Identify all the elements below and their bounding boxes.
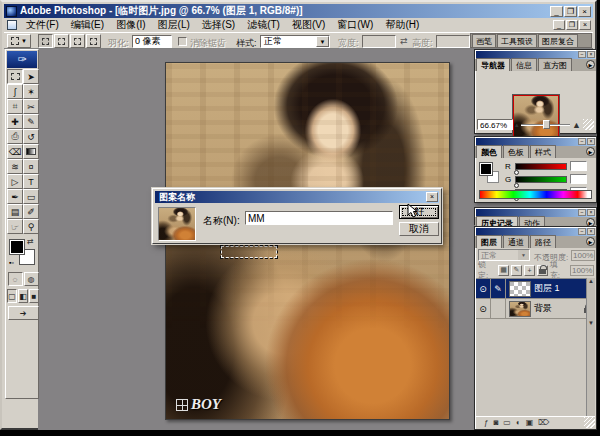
- tab-paths[interactable]: 路径: [530, 235, 556, 248]
- red-value-input[interactable]: [570, 161, 587, 171]
- foreground-color-swatch[interactable]: [10, 240, 24, 254]
- jump-to-imageready-button[interactable]: ➔: [8, 306, 39, 320]
- feather-input[interactable]: [132, 35, 172, 48]
- panel-close-icon[interactable]: ×: [587, 209, 595, 216]
- delete-layer-icon[interactable]: ⌦: [538, 418, 549, 427]
- green-value-input[interactable]: [570, 174, 587, 184]
- history-brush-tool[interactable]: ↺: [23, 129, 39, 144]
- blur-tool[interactable]: ≋: [7, 159, 23, 174]
- dodge-tool[interactable]: ¤: [23, 159, 39, 174]
- menu-filter[interactable]: 滤镜(T): [241, 17, 286, 33]
- color-spectrum-ramp[interactable]: [479, 190, 592, 199]
- gradient-tool[interactable]: [23, 144, 39, 159]
- clone-stamp-tool[interactable]: ⎙: [7, 129, 23, 144]
- new-layer-icon[interactable]: ▣: [526, 418, 534, 427]
- fill-value[interactable]: 100%: [570, 265, 594, 276]
- shape-tool[interactable]: ▭: [23, 189, 39, 204]
- foreground-color-swatch[interactable]: [480, 163, 492, 175]
- menu-layer[interactable]: 图层(L): [152, 17, 196, 33]
- style-dropdown[interactable]: 正常 ▼: [260, 35, 330, 48]
- panel-close-icon[interactable]: ×: [587, 51, 595, 58]
- zoom-tool[interactable]: ⚲: [23, 219, 39, 234]
- rectangular-marquee-tool[interactable]: [7, 69, 23, 84]
- panel-minimize-icon[interactable]: –: [578, 209, 586, 216]
- red-slider[interactable]: [515, 163, 567, 170]
- width-input[interactable]: [362, 35, 396, 48]
- minimize-button[interactable]: _: [550, 6, 563, 17]
- restore-button[interactable]: ❐: [564, 6, 577, 17]
- hand-tool[interactable]: ☞: [7, 219, 23, 234]
- swap-colors-icon[interactable]: ⇄: [27, 237, 34, 246]
- panel-minimize-icon[interactable]: –: [578, 228, 586, 235]
- selection-marching-ants[interactable]: [220, 245, 278, 259]
- panel-minimize-icon[interactable]: –: [578, 51, 586, 58]
- active-paint-cell[interactable]: ✎: [491, 279, 506, 299]
- move-tool[interactable]: ➤: [23, 69, 39, 84]
- layer-thumbnail[interactable]: [509, 281, 531, 297]
- doc-minimize-button[interactable]: _: [553, 20, 565, 30]
- add-selection-button[interactable]: [54, 34, 69, 48]
- magic-wand-tool[interactable]: ✶: [23, 84, 39, 99]
- menu-window[interactable]: 窗口(W): [331, 17, 379, 33]
- close-button[interactable]: ×: [578, 6, 591, 17]
- ok-button[interactable]: 好: [399, 205, 439, 219]
- pen-tool[interactable]: ✒: [7, 189, 23, 204]
- resize-grip[interactable]: [583, 119, 594, 130]
- layer-row-background[interactable]: ⊙ 背景: [476, 299, 595, 319]
- adjustment-layer-icon[interactable]: ◐: [516, 418, 521, 427]
- tab-brushes[interactable]: 画笔: [472, 34, 496, 47]
- crop-tool[interactable]: ⌗: [7, 99, 23, 114]
- tab-channels[interactable]: 通道: [503, 235, 529, 248]
- tab-info[interactable]: 信息: [511, 58, 537, 71]
- dialog-close-button[interactable]: ×: [426, 192, 438, 202]
- layer-row-layer1[interactable]: ⊙ ✎ 图层 1: [476, 279, 595, 299]
- zoom-slider-thumb[interactable]: [543, 120, 550, 129]
- brush-tool[interactable]: ✎: [23, 114, 39, 129]
- tab-styles[interactable]: 样式: [530, 145, 556, 158]
- lock-all-button[interactable]: [537, 265, 548, 276]
- layer-mask-icon[interactable]: ◙: [493, 418, 498, 427]
- fullscreen-menubar-button[interactable]: ◧: [18, 289, 28, 303]
- subtract-selection-button[interactable]: [70, 34, 85, 48]
- lock-transparency-button[interactable]: ▦: [498, 265, 509, 276]
- lock-pixels-button[interactable]: ✎: [511, 265, 522, 276]
- panel-menu-icon[interactable]: ▶: [586, 147, 595, 156]
- quick-mask-button[interactable]: ◍: [24, 272, 39, 286]
- panel-minimize-icon[interactable]: –: [578, 138, 586, 145]
- swap-dimensions-icon[interactable]: ⇄: [400, 36, 408, 46]
- fullscreen-button[interactable]: ■: [29, 289, 39, 303]
- eraser-tool[interactable]: ⌫: [7, 144, 23, 159]
- lasso-tool[interactable]: ʃ: [7, 84, 23, 99]
- slice-tool[interactable]: ✂: [23, 99, 39, 114]
- menu-help[interactable]: 帮助(H): [379, 17, 425, 33]
- intersect-selection-button[interactable]: [86, 34, 101, 48]
- menu-image[interactable]: 图像(I): [110, 17, 151, 33]
- zoom-in-icon[interactable]: ▲: [572, 120, 581, 130]
- tab-navigator[interactable]: 导航器: [476, 58, 510, 71]
- healing-brush-tool[interactable]: ✚: [7, 114, 23, 129]
- green-slider[interactable]: [515, 176, 567, 183]
- visibility-cell[interactable]: ⊙: [476, 299, 491, 319]
- panel-menu-icon[interactable]: ▶: [586, 237, 595, 246]
- tool-preset-picker[interactable]: ▼: [7, 34, 31, 48]
- height-input[interactable]: [436, 35, 470, 48]
- layer-style-icon[interactable]: ƒ: [484, 418, 488, 427]
- navigator-proxy-view[interactable]: [513, 95, 559, 139]
- standard-screen-button[interactable]: ▢: [7, 289, 17, 303]
- doc-restore-button[interactable]: ❐: [566, 20, 578, 30]
- opacity-value[interactable]: 100%: [571, 250, 595, 261]
- navigator-zoom-input[interactable]: 66.67%: [477, 119, 513, 130]
- cancel-button[interactable]: 取消: [399, 222, 439, 236]
- panel-close-icon[interactable]: ×: [587, 138, 595, 145]
- zoom-slider[interactable]: [521, 124, 571, 126]
- menu-select[interactable]: 选择(S): [196, 17, 241, 33]
- layer-name[interactable]: 图层 1: [534, 282, 560, 295]
- tab-histogram[interactable]: 直方图: [538, 58, 572, 71]
- pattern-name-input[interactable]: [245, 211, 393, 225]
- layer-set-icon[interactable]: ▭: [503, 418, 511, 427]
- layer-name[interactable]: 背景: [534, 302, 552, 315]
- antialias-checkbox[interactable]: [178, 37, 187, 46]
- path-selection-tool[interactable]: ▷: [7, 174, 23, 189]
- resize-grip[interactable]: [584, 417, 595, 428]
- layers-scrollbar[interactable]: ▲▼: [586, 278, 595, 416]
